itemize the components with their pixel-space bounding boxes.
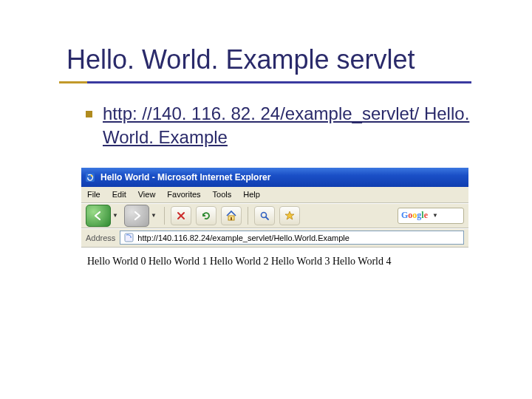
square-bullet-icon — [86, 111, 92, 117]
title-underline — [87, 81, 471, 83]
menu-tools[interactable]: Tools — [213, 190, 232, 199]
chevron-down-icon[interactable]: ▼ — [151, 212, 157, 219]
google-logo-icon: Google — [401, 210, 428, 221]
accent-line — [59, 81, 87, 83]
slide: Hello. World. Example servlet http: //14… — [0, 0, 532, 399]
star-icon — [284, 211, 295, 221]
address-field[interactable]: http://140.116.82.24/example_servlet/Hel… — [120, 231, 464, 245]
ie-page-content: Hello World 0 Hello World 1 Hello World … — [81, 248, 468, 278]
page-icon — [123, 233, 134, 243]
back-button[interactable] — [86, 205, 111, 227]
search-icon — [259, 211, 270, 221]
ie-titlebar: Hello World - Microsoft Internet Explore… — [81, 168, 468, 187]
ie-screenshot: Hello World - Microsoft Internet Explore… — [81, 168, 468, 278]
favorites-button[interactable] — [279, 206, 300, 225]
ie-menubar: File Edit View Favorites Tools Help — [81, 187, 468, 203]
home-button[interactable] — [221, 206, 242, 225]
menu-file[interactable]: File — [87, 190, 100, 199]
search-button[interactable] — [254, 206, 275, 225]
chevron-down-icon[interactable]: ▼ — [112, 212, 118, 219]
arrow-left-icon — [93, 211, 103, 221]
arrow-right-icon — [132, 211, 142, 221]
home-icon — [225, 210, 237, 222]
svg-point-1 — [91, 175, 92, 177]
bullet-item: http: //140. 116. 82. 24/example_servlet… — [86, 102, 488, 150]
address-label: Address — [86, 233, 115, 242]
menu-edit[interactable]: Edit — [112, 190, 126, 199]
svg-rect-3 — [231, 217, 232, 220]
menu-favorites[interactable]: Favorites — [167, 190, 200, 199]
ie-toolbar: ▼ ▼ Google ▼ — [81, 203, 468, 228]
menu-view[interactable]: View — [138, 190, 156, 199]
stop-button[interactable] — [171, 206, 191, 225]
slide-title: Hello. World. Example servlet — [66, 44, 488, 75]
refresh-icon — [201, 211, 211, 221]
refresh-button[interactable] — [196, 206, 216, 225]
ie-addressbar: Address http://140.116.82.24/example_ser… — [81, 228, 468, 248]
toolbar-separator — [248, 207, 248, 225]
chevron-down-icon[interactable]: ▼ — [432, 212, 438, 219]
page-body-text: Hello World 0 Hello World 1 Hello World … — [87, 256, 463, 267]
toolbar-separator — [164, 207, 165, 225]
forward-button[interactable] — [124, 205, 149, 227]
ie-logo-icon — [84, 171, 96, 183]
menu-help[interactable]: Help — [243, 190, 260, 199]
google-search-box[interactable]: Google ▼ — [398, 208, 464, 224]
servlet-link[interactable]: http: //140. 116. 82. 24/example_servlet… — [103, 102, 488, 150]
stop-icon — [176, 211, 186, 221]
address-value: http://140.116.82.24/example_servlet/Hel… — [137, 233, 349, 242]
ie-window-title: Hello World - Microsoft Internet Explore… — [100, 172, 270, 183]
